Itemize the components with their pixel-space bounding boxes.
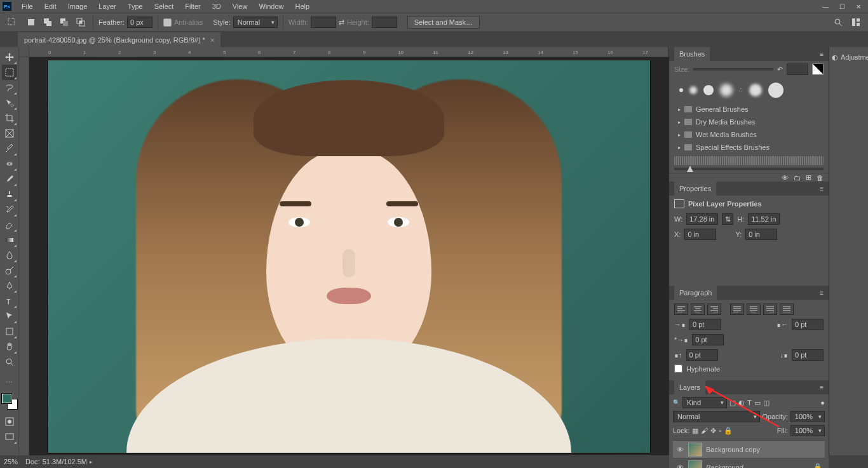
search-icon[interactable] bbox=[831, 15, 845, 29]
delete-brush-icon[interactable]: 🗑 bbox=[817, 174, 824, 182]
justify-center-icon[interactable] bbox=[747, 304, 761, 315]
lock-transparency-icon[interactable]: ▦ bbox=[692, 427, 698, 435]
subtract-selection-icon[interactable] bbox=[57, 15, 71, 29]
blur-tool[interactable] bbox=[2, 248, 17, 263]
space-before-input[interactable] bbox=[686, 349, 718, 361]
indent-left-input[interactable] bbox=[689, 319, 721, 330]
lasso-tool[interactable] bbox=[2, 80, 17, 95]
brush-folder[interactable]: ▸Dry Media Brushes bbox=[674, 116, 824, 128]
prop-x-input[interactable] bbox=[684, 229, 716, 240]
type-tool[interactable]: T bbox=[2, 293, 17, 309]
history-brush-tool[interactable] bbox=[2, 202, 17, 217]
filter-type-icon[interactable]: T bbox=[747, 399, 752, 406]
align-center-icon[interactable] bbox=[691, 304, 705, 315]
foreground-color-swatch[interactable] bbox=[2, 394, 11, 403]
healing-brush-tool[interactable] bbox=[2, 156, 17, 171]
menu-help[interactable]: Help bbox=[290, 1, 315, 11]
flip-brush-icon[interactable]: ↶ bbox=[777, 65, 783, 74]
layer-thumbnail[interactable] bbox=[688, 460, 702, 469]
properties-panel-header[interactable]: Properties ≡ bbox=[669, 182, 829, 196]
menu-view[interactable]: View bbox=[227, 1, 253, 11]
align-left-icon[interactable] bbox=[674, 304, 688, 315]
properties-tab[interactable]: Properties bbox=[674, 182, 716, 196]
gradient-tool[interactable] bbox=[2, 232, 17, 248]
move-tool[interactable] bbox=[2, 50, 17, 65]
menu-filter[interactable]: Filter bbox=[180, 1, 205, 11]
justify-right-icon[interactable] bbox=[763, 304, 777, 315]
paragraph-panel-header[interactable]: Paragraph ≡ bbox=[669, 286, 829, 300]
filter-adjustment-icon[interactable]: ◐ bbox=[738, 399, 745, 407]
brush-tool[interactable] bbox=[2, 171, 17, 187]
close-tab-icon[interactable]: × bbox=[210, 36, 214, 44]
brush-preset[interactable] bbox=[720, 84, 733, 97]
new-selection-icon[interactable] bbox=[24, 15, 38, 29]
style-select[interactable]: Normal bbox=[233, 17, 278, 28]
brush-preview-icon[interactable] bbox=[812, 64, 824, 75]
menu-select[interactable]: Select bbox=[149, 1, 179, 11]
paragraph-tab[interactable]: Paragraph bbox=[674, 286, 717, 300]
brushes-panel-header[interactable]: Brushes ≡ bbox=[669, 47, 829, 61]
menu-3d[interactable]: 3D bbox=[207, 1, 226, 11]
menu-type[interactable]: Type bbox=[123, 1, 148, 11]
filter-smart-icon[interactable]: ◫ bbox=[763, 399, 770, 407]
brush-folder[interactable]: ▸Special Effects Brushes bbox=[674, 141, 824, 154]
ruler-vertical[interactable] bbox=[19, 57, 29, 455]
indent-right-input[interactable] bbox=[792, 319, 824, 330]
brush-preset[interactable] bbox=[703, 85, 714, 95]
justify-all-icon[interactable] bbox=[780, 304, 794, 315]
layer-name[interactable]: Background bbox=[706, 464, 743, 469]
brush-stroke-slider[interactable] bbox=[674, 168, 824, 170]
menu-edit[interactable]: Edit bbox=[39, 1, 62, 11]
brush-preset[interactable] bbox=[768, 83, 783, 98]
canvas-viewport[interactable] bbox=[29, 57, 668, 455]
brush-presets[interactable]: ∴ bbox=[674, 77, 824, 103]
layer-thumbnail[interactable] bbox=[688, 443, 702, 457]
save-brush-icon[interactable]: 🗀 bbox=[794, 174, 801, 182]
prop-w-input[interactable] bbox=[686, 213, 718, 225]
filter-toggle-icon[interactable]: ● bbox=[820, 399, 825, 406]
prop-y-input[interactable] bbox=[745, 229, 777, 240]
document-canvas[interactable] bbox=[47, 60, 651, 453]
adjustments-panel-collapsed[interactable]: ◐ Adjustments bbox=[832, 51, 865, 64]
space-after-input[interactable] bbox=[792, 349, 824, 361]
menu-layer[interactable]: Layer bbox=[93, 1, 121, 11]
lock-position-icon[interactable]: ✥ bbox=[710, 427, 716, 435]
brush-preset[interactable] bbox=[689, 86, 697, 94]
crop-tool[interactable] bbox=[2, 110, 17, 126]
justify-left-icon[interactable] bbox=[730, 304, 744, 315]
eraser-tool[interactable] bbox=[2, 217, 17, 232]
zoom-tool[interactable] bbox=[2, 354, 17, 370]
panel-menu-icon[interactable]: ≡ bbox=[820, 51, 824, 58]
menu-file[interactable]: File bbox=[17, 1, 38, 11]
frame-tool[interactable] bbox=[2, 126, 17, 141]
hand-tool[interactable] bbox=[2, 339, 17, 354]
brush-size-input[interactable] bbox=[787, 64, 808, 75]
toggle-live-preview-icon[interactable]: 👁 bbox=[782, 174, 789, 182]
brush-preset[interactable]: ∴ bbox=[739, 87, 743, 93]
blend-mode-select[interactable]: Normal bbox=[673, 411, 760, 422]
edit-toolbar-icon[interactable]: ⋯ bbox=[2, 375, 17, 390]
panel-menu-icon[interactable]: ≡ bbox=[820, 290, 824, 297]
filter-search-icon[interactable]: 🔍 bbox=[673, 399, 680, 406]
quick-mask-icon[interactable] bbox=[2, 414, 17, 429]
panel-menu-icon[interactable]: ≡ bbox=[820, 185, 824, 192]
fill-input[interactable]: 100% bbox=[790, 425, 825, 436]
doc-info[interactable]: Doc: 51.3M/102.5M ▸ bbox=[25, 458, 92, 465]
intersect-selection-icon[interactable] bbox=[74, 15, 88, 29]
brush-folder[interactable]: ▸General Brushes bbox=[674, 103, 824, 116]
layer-visibility-icon[interactable]: 👁 bbox=[675, 446, 684, 453]
workspace-switcher-icon[interactable] bbox=[849, 15, 863, 29]
ruler-origin[interactable] bbox=[19, 47, 29, 57]
layers-panel-header[interactable]: Layers ≡ bbox=[669, 380, 829, 394]
layer-row[interactable]: 👁 Background 🔒 bbox=[673, 458, 825, 468]
brush-folder[interactable]: ▸Wet Media Brushes bbox=[674, 128, 824, 141]
path-select-tool[interactable] bbox=[2, 309, 17, 324]
ruler-horizontal[interactable]: 0 1 2 3 4 5 6 7 8 9 10 11 12 13 14 15 16… bbox=[29, 47, 668, 57]
panel-menu-icon[interactable]: ≡ bbox=[820, 384, 824, 391]
lock-artboard-icon[interactable]: ▫ bbox=[719, 427, 721, 434]
layer-lock-icon[interactable]: 🔒 bbox=[813, 463, 822, 468]
prop-h-input[interactable] bbox=[748, 213, 780, 225]
eyedropper-tool[interactable] bbox=[2, 141, 17, 156]
menu-image[interactable]: Image bbox=[63, 1, 93, 11]
screen-mode-icon[interactable] bbox=[2, 429, 17, 445]
